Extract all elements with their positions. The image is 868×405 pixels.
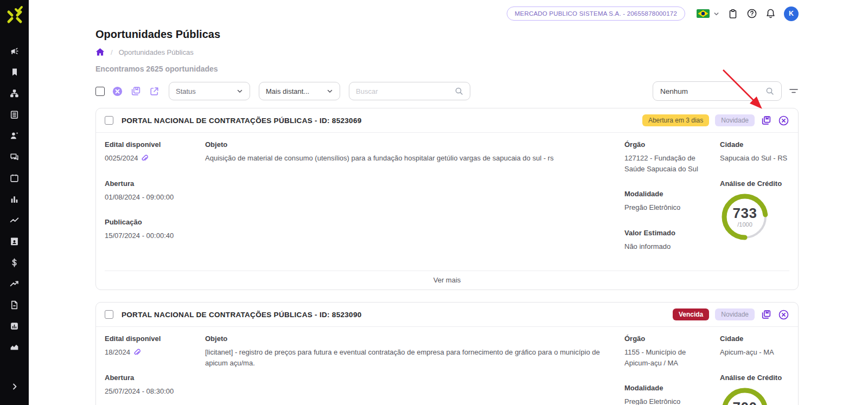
filter-toolbar: Status Mais distant...: [95, 81, 799, 101]
field-value: 18/2024: [105, 347, 130, 358]
field-label: Modalidade: [624, 384, 710, 392]
card-header: PORTAL NACIONAL DE CONTRATAÇÕES PÚBLICAS…: [96, 303, 798, 327]
discard-opportunity-icon[interactable]: [778, 115, 789, 126]
field-label: Abertura: [105, 374, 195, 382]
external-link-icon[interactable]: [149, 86, 160, 97]
clipboard-icon[interactable]: [727, 8, 738, 20]
status-filter-label: Status: [176, 87, 196, 95]
field-label: Abertura: [105, 179, 195, 188]
field-value: Pregão Eletrônico: [624, 202, 710, 213]
field-value: 1155 - Município de Apicum-açu / MA: [624, 347, 710, 368]
field-label: Análise de Crédito: [720, 374, 789, 382]
sort-order-dropdown[interactable]: Mais distant...: [259, 82, 340, 100]
chevron-down-icon: [327, 88, 333, 94]
field-label: Análise de Crédito: [720, 179, 789, 188]
home-icon[interactable]: [95, 48, 105, 56]
field-value: 0025/2024: [105, 153, 138, 164]
field-label: Publicação: [105, 218, 195, 226]
page-title: Oportunidades Públicas: [95, 28, 799, 41]
credit-score-max: /1000: [737, 221, 752, 228]
chevron-down-icon: [237, 88, 243, 94]
file-icon[interactable]: [9, 299, 21, 311]
user-settings-icon[interactable]: [9, 130, 21, 142]
field-label: Órgão: [624, 140, 710, 149]
company-badge[interactable]: MERCADO PUBLICO SISTEMA S.A. - 206558780…: [507, 7, 685, 21]
save-opportunity-icon[interactable]: [761, 115, 772, 126]
field-value: Pregão Eletrônico: [624, 396, 710, 405]
field-value: Aquisição de material de consumo (utensí…: [205, 153, 615, 164]
search-box: [349, 82, 470, 100]
novelty-badge: Novidade: [715, 308, 755, 320]
field-label: Edital disponível: [105, 140, 195, 149]
field-label: Modalidade: [624, 190, 710, 198]
bookmark-icon[interactable]: [9, 66, 21, 78]
bar-chart-icon[interactable]: [9, 193, 21, 205]
chat-icon[interactable]: [9, 151, 21, 163]
calendar-icon[interactable]: [9, 172, 21, 184]
field-value: 25/07/2024 - 08:30:00: [105, 386, 195, 397]
field-value: 127122 - Fundação de Saúde Sapucaia do S…: [624, 153, 710, 174]
brazil-flag-icon: [697, 9, 710, 18]
field-value: Sapucaia do Sul - RS: [720, 153, 789, 164]
field-label: Valor Estimado: [624, 229, 710, 237]
id-badge-icon[interactable]: [9, 235, 21, 247]
credit-score-gauge: 733 /1000: [720, 192, 770, 242]
breadcrumb-current[interactable]: Oportunidades Públicas: [119, 48, 194, 56]
user-avatar[interactable]: K: [784, 7, 799, 21]
credit-score-gauge: 700 /1000: [720, 386, 770, 405]
select-all-checkbox[interactable]: [95, 87, 105, 96]
card-header: PORTAL NACIONAL DE CONTRATAÇÕES PÚBLICAS…: [96, 108, 798, 133]
field-label: Objeto: [205, 335, 615, 343]
card-checkbox[interactable]: [105, 310, 113, 319]
area-chart-icon[interactable]: [9, 341, 21, 353]
notifications-bell-icon[interactable]: [765, 8, 776, 19]
clear-selection-icon[interactable]: [112, 86, 123, 97]
list-document-icon[interactable]: [9, 108, 21, 120]
filter-list-icon[interactable]: [789, 87, 799, 95]
field-value: 15/07/2024 - 00:00:40: [105, 230, 195, 241]
tag-filter-box: [653, 81, 782, 101]
announcements-icon[interactable]: [9, 45, 21, 57]
save-collection-icon[interactable]: [130, 86, 142, 97]
field-value: Não informado: [624, 241, 710, 252]
ver-mais-button[interactable]: Ver mais: [433, 271, 461, 290]
card-title: PORTAL NACIONAL DE CONTRATAÇÕES PÚBLICAS…: [122, 311, 362, 319]
status-filter-dropdown[interactable]: Status: [169, 82, 250, 100]
card-title: PORTAL NACIONAL DE CONTRATAÇÕES PÚBLICAS…: [122, 117, 362, 125]
sidebar: [0, 0, 29, 405]
language-selector[interactable]: [697, 9, 719, 18]
credit-score-value: 733: [733, 206, 757, 220]
field-label: Cidade: [720, 140, 789, 149]
field-value: 01/08/2024 - 09:00:00: [105, 192, 195, 203]
novelty-badge: Novidade: [715, 114, 755, 126]
trending-up-icon[interactable]: [9, 278, 21, 290]
search-input[interactable]: [356, 87, 455, 95]
sort-order-label: Mais distant...: [266, 87, 309, 95]
main-content: MERCADO PUBLICO SISTEMA S.A. - 206558780…: [29, 0, 868, 405]
field-value: [licitanet] - registro de preços para fu…: [205, 347, 615, 368]
chart-box-icon[interactable]: [9, 320, 21, 332]
opportunity-card: PORTAL NACIONAL DE CONTRATAÇÕES PÚBLICAS…: [95, 302, 799, 405]
field-label: Órgão: [624, 335, 710, 343]
dollar-icon[interactable]: [9, 256, 21, 268]
app-logo-icon[interactable]: [5, 5, 24, 28]
credit-score-value: 700: [733, 400, 757, 405]
sidebar-nav: [9, 45, 21, 353]
line-chart-icon[interactable]: [9, 214, 21, 226]
tag-filter-input[interactable]: [660, 87, 765, 95]
attachment-paperclip-icon[interactable]: [141, 154, 149, 162]
discard-opportunity-icon[interactable]: [778, 309, 789, 320]
topbar: MERCADO PUBLICO SISTEMA S.A. - 206558780…: [95, 0, 799, 22]
field-label: Objeto: [205, 140, 615, 149]
status-badge: Abertura em 3 dias: [642, 114, 709, 126]
sidebar-expand-chevron-icon[interactable]: [10, 382, 19, 393]
field-label: Edital disponível: [105, 335, 195, 343]
card-checkbox[interactable]: [105, 116, 113, 125]
sitemap-icon[interactable]: [9, 87, 21, 99]
search-icon[interactable]: [455, 87, 463, 95]
save-opportunity-icon[interactable]: [761, 309, 772, 320]
search-icon[interactable]: [765, 87, 774, 95]
attachment-paperclip-icon[interactable]: [133, 348, 141, 356]
breadcrumb-separator: /: [111, 48, 113, 56]
help-icon[interactable]: [746, 8, 757, 19]
